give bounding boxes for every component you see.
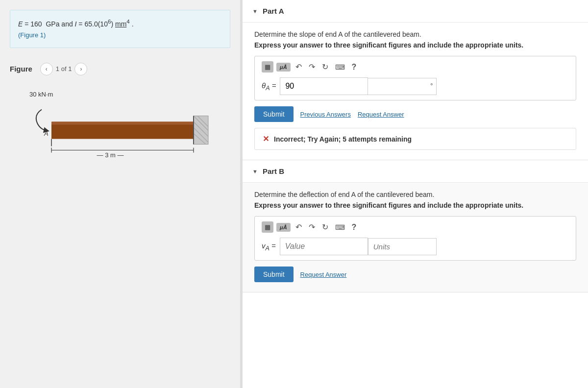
part-a-refresh-btn[interactable]: ↻ <box>320 61 330 73</box>
part-b-section: ▼ Part B Determine the deflection of end… <box>243 160 588 292</box>
info-box: E = 160 GPa and I = 65.0(106) mm4 . (Fig… <box>10 10 230 48</box>
moment-arrow <box>36 109 47 130</box>
part-a-input-row: θA = ° <box>262 77 569 95</box>
part-a-instruction: Express your answer to three significant… <box>254 41 576 49</box>
part-b-instruction: Express your answer to three significant… <box>254 201 576 209</box>
part-b-eq-label: vA = <box>262 242 276 252</box>
part-a-units-input[interactable] <box>368 78 437 95</box>
part-a-answer-box: ▦ μÅ ↶ ↷ ↻ ⌨ ? θA = <box>254 56 576 100</box>
part-a-header[interactable]: ▼ Part A <box>243 0 588 23</box>
part-a-toolbar: ▦ μÅ ↶ ↷ ↻ ⌨ ? <box>262 61 569 73</box>
point-a-label: A <box>44 129 49 137</box>
part-b-header[interactable]: ▼ Part B <box>243 160 588 183</box>
part-a-redo-btn[interactable]: ↷ <box>307 61 317 73</box>
part-b-input-row: vA = <box>262 238 569 255</box>
part-b-redo-btn[interactable]: ↷ <box>307 221 317 233</box>
part-b-help-btn[interactable]: ? <box>350 222 359 233</box>
part-a-incorrect-box: ✕ Incorrect; Try Again; 5 attempts remai… <box>254 128 576 150</box>
part-b-action-row: Submit Request Answer <box>254 267 576 282</box>
incorrect-x-icon: ✕ <box>263 134 269 144</box>
part-a-collapse-arrow: ▼ <box>252 8 258 14</box>
figure-counter: 1 of 1 <box>56 65 72 73</box>
part-b-collapse-arrow: ▼ <box>252 169 258 174</box>
part-b-refresh-btn[interactable]: ↻ <box>320 221 330 233</box>
left-panel: E = 160 GPa and I = 65.0(106) mm4 . (Fig… <box>0 0 240 388</box>
prev-figure-button[interactable]: ‹ <box>40 63 53 75</box>
moment-label: 30 kN·m <box>29 90 53 97</box>
part-a-value-input[interactable] <box>280 77 368 95</box>
part-a-mu-btn[interactable]: μÅ <box>276 63 291 72</box>
part-a-previous-answers-button[interactable]: Previous Answers <box>300 111 351 118</box>
right-panel: ▼ Part A Determine the slope of end A of… <box>242 0 588 388</box>
part-b-value-input[interactable] <box>280 238 368 255</box>
part-a-units-container: ° <box>368 78 437 95</box>
beam-diagram-wrapper: 30 kN·m A <box>10 81 230 161</box>
part-a-keyboard-btn[interactable]: ⌨ <box>333 62 347 72</box>
dimension-label: — 3 m — <box>97 151 124 158</box>
equation-text: E = 160 GPa and I = 65.0(106) mm4 . <box>18 20 134 28</box>
part-a-eq-label: θA = <box>262 81 276 92</box>
part-a-action-row: Submit Previous Answers Request Answer <box>254 106 576 122</box>
figure-label: Figure <box>10 65 32 73</box>
part-b-question: Determine the deflection of end A of the… <box>254 191 576 198</box>
part-b-undo-btn[interactable]: ↶ <box>294 221 304 233</box>
part-b-content: Determine the deflection of end A of the… <box>243 183 588 292</box>
part-b-submit-button[interactable]: Submit <box>254 267 294 282</box>
part-b-toolbar: ▦ μÅ ↶ ↷ ↻ ⌨ ? <box>262 221 569 233</box>
part-b-matrix-btn[interactable]: ▦ <box>262 221 273 233</box>
beam-diagram-svg: 30 kN·m A <box>15 81 220 160</box>
figure-section: Figure ‹ 1 of 1 › 30 kN·m <box>10 63 230 161</box>
part-a-submit-button[interactable]: Submit <box>254 106 294 122</box>
figure-header: Figure ‹ 1 of 1 › <box>10 63 230 75</box>
part-b-units-input[interactable] <box>368 238 437 255</box>
part-a-request-answer-button[interactable]: Request Answer <box>358 111 404 118</box>
degree-symbol: ° <box>430 82 433 89</box>
part-b-request-answer-button[interactable]: Request Answer <box>300 271 347 278</box>
part-a-matrix-btn[interactable]: ▦ <box>262 61 273 73</box>
figure-link[interactable]: (Figure 1) <box>18 31 46 39</box>
part-a-help-btn[interactable]: ? <box>350 62 359 73</box>
incorrect-message: Incorrect; Try Again; 5 attempts remaini… <box>274 135 412 143</box>
next-figure-button[interactable]: › <box>74 63 87 75</box>
beam-highlight <box>51 121 194 124</box>
part-b-answer-box: ▦ μÅ ↶ ↷ ↻ ⌨ ? vA = <box>254 216 576 261</box>
part-a-question: Determine the slope of end A of the cant… <box>254 30 576 38</box>
part-b-keyboard-btn[interactable]: ⌨ <box>333 222 347 232</box>
part-b-mu-btn[interactable]: μÅ <box>276 223 291 232</box>
part-a-content: Determine the slope of end A of the cant… <box>243 23 588 160</box>
part-b-title: Part B <box>263 167 284 175</box>
part-a-section: ▼ Part A Determine the slope of end A of… <box>243 0 588 160</box>
figure-nav: ‹ 1 of 1 › <box>40 63 88 75</box>
part-a-undo-btn[interactable]: ↶ <box>294 61 304 73</box>
part-a-title: Part A <box>263 7 284 15</box>
